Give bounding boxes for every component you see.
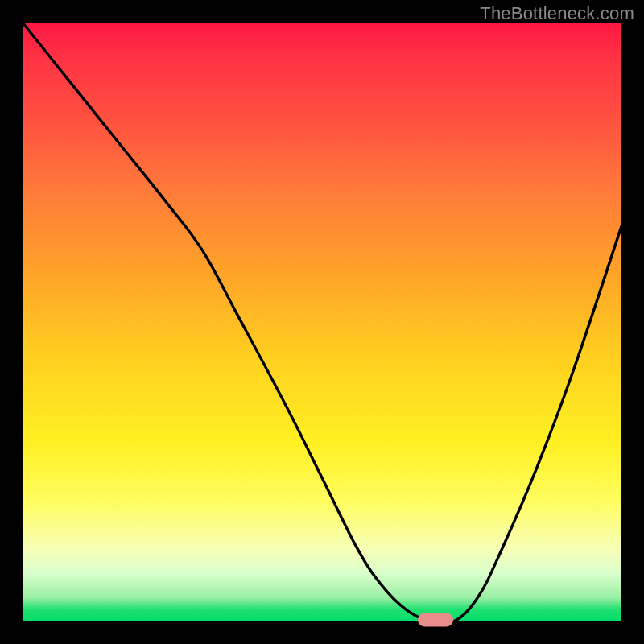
watermark-text: TheBottleneck.com — [480, 3, 634, 24]
chart-container: TheBottleneck.com — [0, 0, 644, 644]
plot-area — [23, 23, 621, 621]
optimal-marker — [418, 613, 453, 627]
bottleneck-curve — [23, 23, 621, 621]
